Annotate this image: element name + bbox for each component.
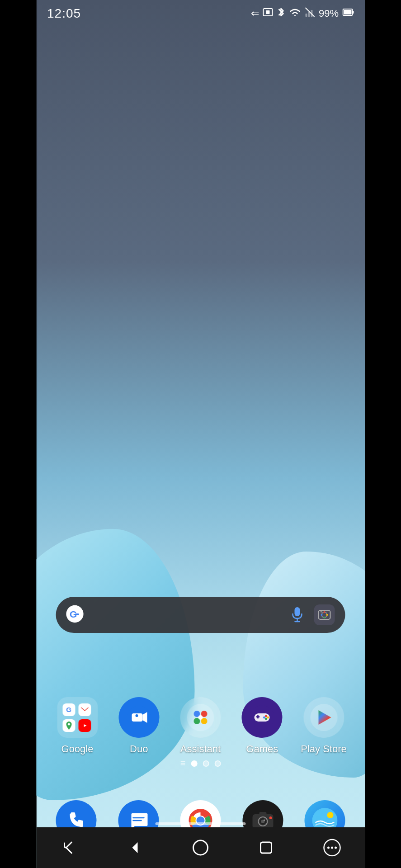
- svg-point-41: [267, 717, 269, 719]
- svg-point-23: [68, 723, 70, 725]
- google-app-label: Google: [61, 743, 94, 755]
- screenshot-icon: [263, 8, 274, 19]
- svg-point-57: [269, 816, 272, 819]
- svg-point-67: [335, 847, 337, 849]
- wifi-icon: [289, 7, 302, 20]
- svg-point-62: [193, 840, 208, 855]
- svg-rect-11: [75, 613, 80, 615]
- svg-rect-8: [352, 11, 354, 14]
- svg-point-20: [324, 617, 326, 618]
- app-grid: G Google: [47, 697, 354, 755]
- battery-percent: 99%: [319, 8, 339, 19]
- bluetooth-icon: [277, 6, 285, 21]
- google-logo: G: [65, 604, 85, 626]
- status-icons: ⇐: [251, 6, 354, 21]
- google-folder-icon: G: [57, 697, 98, 738]
- nav-recents-button[interactable]: [253, 834, 280, 861]
- page-dots: ≡: [180, 758, 221, 769]
- battery-icon: [342, 8, 354, 19]
- svg-point-66: [331, 847, 333, 849]
- voice-search-icon[interactable]: [288, 605, 307, 625]
- svg-rect-1: [266, 10, 270, 14]
- search-bar[interactable]: G: [56, 597, 345, 633]
- svg-point-17: [321, 611, 322, 613]
- nav-home-button[interactable]: [187, 834, 214, 861]
- svg-rect-58: [259, 812, 266, 815]
- maps-mini-icon: [62, 719, 75, 732]
- pages-menu-icon: ≡: [180, 758, 186, 769]
- page-dot-1[interactable]: [191, 760, 197, 767]
- svg-rect-12: [295, 607, 300, 616]
- svg-rect-63: [261, 842, 272, 853]
- svg-point-21: [321, 614, 323, 616]
- assistant-app-icon: [180, 697, 221, 738]
- svg-point-65: [327, 847, 330, 849]
- home-gesture-bar: [156, 822, 246, 825]
- svg-rect-22: [80, 707, 89, 713]
- games-app-label: Games: [246, 743, 278, 755]
- lens-search-icon[interactable]: [313, 603, 336, 627]
- duo-app-label: Duo: [130, 743, 148, 755]
- games-app-icon: [242, 697, 283, 738]
- svg-point-60: [327, 812, 334, 818]
- status-bar: 12:05 ⇐: [36, 0, 365, 27]
- svg-point-56: [264, 820, 265, 821]
- svg-rect-7: [344, 10, 351, 14]
- svg-point-29: [135, 714, 138, 717]
- svg-point-19: [326, 614, 328, 616]
- app-duo[interactable]: Duo: [113, 697, 165, 755]
- app-google[interactable]: G Google: [52, 697, 104, 755]
- youtube-mini-icon: [78, 719, 91, 732]
- svg-rect-39: [257, 715, 259, 719]
- nav-back-button[interactable]: [56, 834, 83, 861]
- svg-point-43: [263, 717, 265, 719]
- status-time: 12:05: [47, 6, 81, 21]
- app-playstore[interactable]: Play Store: [298, 697, 350, 755]
- page-dot-2[interactable]: [203, 760, 209, 767]
- page-dot-3[interactable]: [214, 760, 221, 767]
- nav-bar: [36, 827, 365, 868]
- app-assistant[interactable]: Assistant: [175, 697, 226, 755]
- svg-point-40: [265, 715, 267, 717]
- playstore-app-label: Play Store: [301, 743, 347, 755]
- nav-menu-button[interactable]: [318, 834, 345, 861]
- svg-point-18: [324, 611, 326, 613]
- app-games[interactable]: Games: [236, 697, 288, 755]
- svg-point-42: [265, 718, 267, 720]
- assistant-app-label: Assistant: [180, 743, 221, 755]
- svg-point-35: [198, 715, 203, 720]
- duo-app-icon: [118, 697, 159, 738]
- nav-arrow-back-button[interactable]: [121, 834, 148, 861]
- svg-marker-61: [132, 842, 137, 853]
- back-status-icon: ⇐: [251, 8, 259, 19]
- svg-rect-2: [306, 14, 307, 17]
- signal-icon: [305, 7, 315, 20]
- gmail-mini-icon: [78, 703, 91, 716]
- google-mini-icon: G: [62, 703, 75, 716]
- playstore-app-icon: [303, 697, 344, 738]
